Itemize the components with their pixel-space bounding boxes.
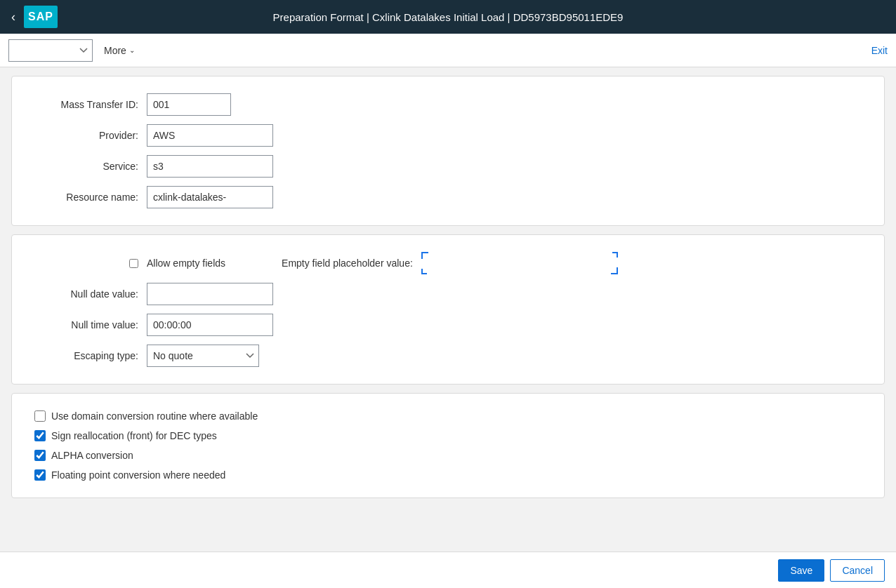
sign-reallocation-checkbox[interactable] <box>34 430 46 441</box>
connection-info-section: Mass Transfer ID: Provider: Service: Res… <box>11 76 885 226</box>
use-domain-conversion-checkbox[interactable] <box>34 410 46 422</box>
null-date-value-input[interactable] <box>147 283 273 305</box>
sign-reallocation-label[interactable]: Sign reallocation (front) for DEC types <box>51 430 217 441</box>
service-label: Service: <box>34 161 147 172</box>
escaping-type-row: Escaping type: No quote Single quote Dou… <box>34 345 862 367</box>
floating-point-checkbox[interactable] <box>34 469 46 481</box>
field-options-section: Allow empty fields Empty field placehold… <box>11 234 885 385</box>
service-input[interactable] <box>147 155 273 178</box>
resource-name-label: Resource name: <box>34 192 147 203</box>
more-button[interactable]: More ⌄ <box>98 42 140 59</box>
cancel-button[interactable]: Cancel <box>830 559 885 582</box>
floating-point-label[interactable]: Floating point conversion where needed <box>51 469 225 481</box>
alpha-conversion-row: ALPHA conversion <box>34 450 862 461</box>
null-date-value-row: Null date value: <box>34 283 862 305</box>
sap-logo: SAP <box>24 6 58 28</box>
save-button[interactable]: Save <box>778 559 824 582</box>
mass-transfer-id-label: Mass Transfer ID: <box>34 99 147 110</box>
allow-empty-fields-checkbox[interactable] <box>129 259 138 268</box>
resource-name-input[interactable] <box>147 186 273 208</box>
sign-reallocation-row: Sign reallocation (front) for DEC types <box>34 430 862 441</box>
toolbar-select[interactable] <box>8 39 93 62</box>
escaping-type-select[interactable]: No quote Single quote Double quote <box>147 345 259 367</box>
conversion-options-section: Use domain conversion routine where avai… <box>11 393 885 498</box>
provider-row: Provider: <box>34 124 862 147</box>
provider-label: Provider: <box>34 130 147 141</box>
exit-button[interactable]: Exit <box>871 45 888 56</box>
allow-empty-fields-row: Allow empty fields Empty field placehold… <box>34 252 862 274</box>
floating-point-row: Floating point conversion where needed <box>34 469 862 481</box>
null-time-value-input[interactable] <box>147 314 273 336</box>
null-time-value-label: Null time value: <box>34 319 147 330</box>
null-date-value-label: Null date value: <box>34 288 147 300</box>
mass-transfer-id-input[interactable] <box>147 93 231 116</box>
alpha-conversion-label[interactable]: ALPHA conversion <box>51 450 133 461</box>
main-content: Mass Transfer ID: Provider: Service: Res… <box>0 67 896 552</box>
use-domain-conversion-label[interactable]: Use domain conversion routine where avai… <box>51 410 258 422</box>
more-chevron-icon: ⌄ <box>129 46 135 54</box>
empty-field-placeholder-wrapper <box>421 252 618 274</box>
alpha-conversion-checkbox[interactable] <box>34 450 46 461</box>
escaping-type-label: Escaping type: <box>34 350 147 361</box>
mass-transfer-id-row: Mass Transfer ID: <box>34 93 862 116</box>
toolbar: More ⌄ Exit <box>0 34 896 67</box>
use-domain-conversion-row: Use domain conversion routine where avai… <box>34 410 862 422</box>
more-label: More <box>104 45 126 56</box>
footer: Save Cancel <box>0 552 896 588</box>
empty-field-placeholder-label: Empty field placeholder value: <box>282 258 421 269</box>
empty-field-placeholder-input[interactable] <box>421 252 618 274</box>
back-button[interactable]: ‹ <box>11 10 15 25</box>
service-row: Service: <box>34 155 862 178</box>
allow-empty-fields-label[interactable]: Allow empty fields <box>147 258 225 269</box>
header: ‹ SAP Preparation Format | Cxlink Datala… <box>0 0 896 34</box>
header-title: Preparation Format | Cxlink Datalakes In… <box>273 11 624 23</box>
resource-name-row: Resource name: <box>34 186 862 208</box>
null-time-value-row: Null time value: <box>34 314 862 336</box>
provider-input[interactable] <box>147 124 273 147</box>
